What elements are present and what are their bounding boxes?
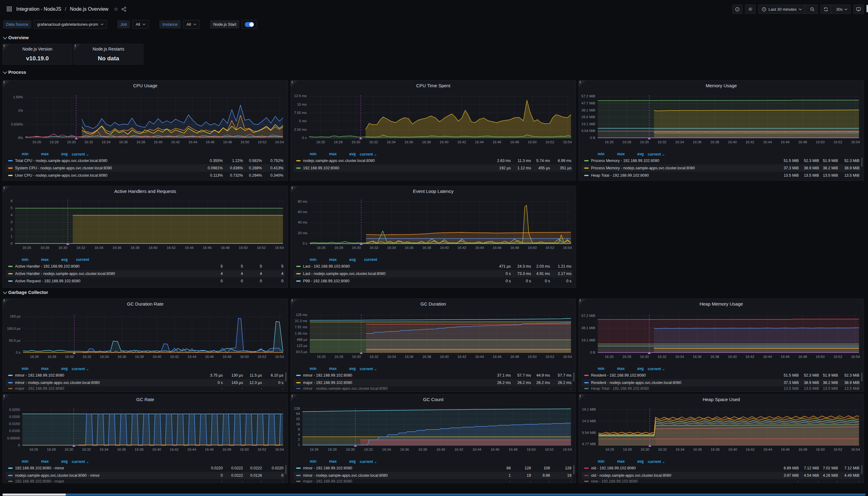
chart-canvas-heapspace[interactable] [598, 408, 859, 446]
panel-title[interactable]: GC Duration Rate [3, 301, 288, 307]
legend-series-label[interactable]: major - 192.168.99.102:8080 [303, 381, 488, 385]
legend-sort-min[interactable]: min [6, 459, 29, 464]
panel-title[interactable]: Heap Memory Usage [579, 301, 864, 307]
legend-series-color-swatch[interactable] [584, 175, 589, 176]
chart-canvas-gcd[interactable] [310, 315, 572, 353]
legend-sort-min[interactable]: min [294, 459, 317, 464]
legend-series-label[interactable]: nodejs.sample-apps.svc.cluster.local:808… [15, 473, 200, 478]
legend-sort-current[interactable]: current ⌄ [356, 367, 377, 371]
legend-sort-min[interactable]: min [6, 258, 29, 262]
panel-title[interactable]: GC Duration [291, 301, 576, 307]
legend-series-label[interactable]: old - 192.168.99.102:8080 [591, 466, 776, 470]
panel-title[interactable]: GC Rate [3, 397, 288, 402]
legend-series-color-swatch[interactable] [584, 160, 589, 161]
legend-series-color-swatch[interactable] [296, 375, 301, 376]
legend-series-color-swatch[interactable] [8, 382, 13, 383]
legend-sort-current[interactable]: current ⌄ [356, 459, 377, 464]
legend-series-label[interactable]: Resident - 192.168.99.102:8080 [591, 373, 776, 377]
panel-title[interactable]: Active Handlers and Requests [3, 189, 288, 194]
legend-series-color-swatch[interactable] [584, 168, 589, 169]
annotation-marker-icon[interactable] [72, 445, 75, 447]
legend-series-label[interactable]: Active Handler - 192.168.99.102:8080 [15, 264, 200, 268]
legend-series-color-swatch[interactable] [8, 475, 13, 476]
legend-series-color-swatch[interactable] [584, 467, 589, 469]
legend-series-label[interactable]: minor - nodejs.sample-apps.svc.cluster.l… [15, 381, 200, 385]
legend-series-color-swatch[interactable] [296, 168, 301, 169]
legend-series-label[interactable]: minor - nodejs.sample-apps.svc.cluster.l… [303, 386, 488, 390]
legend-series-label[interactable]: minor - nodejs.sample-apps.svc.cluster.l… [303, 473, 488, 478]
legend-series-label[interactable]: major - 192.168.99.102:8080 [303, 479, 488, 483]
legend-sort-max[interactable]: max [29, 152, 49, 156]
chart-canvas-cpu_usage[interactable] [26, 95, 284, 138]
legend-sort-current[interactable]: current [68, 258, 89, 262]
chart-canvas-evloop[interactable] [310, 200, 572, 244]
legend-sort-avg[interactable]: avg [337, 459, 356, 464]
legend-series-color-swatch[interactable] [584, 388, 589, 389]
panel-title[interactable]: GC Count [291, 397, 576, 402]
legend-series-label[interactable]: Process Memory - 192.168.99.102:8080 [591, 159, 776, 163]
chart-canvas-mem[interactable] [598, 95, 859, 138]
annotation-marker-icon[interactable] [354, 445, 357, 447]
legend-scrollbar[interactable] [861, 465, 863, 474]
chart-canvas-gcdr[interactable] [23, 315, 284, 353]
legend-sort-current[interactable]: current ⌄ [68, 459, 89, 464]
legend-series-label[interactable]: 192.168.99.102:8080 [303, 166, 488, 170]
legend-series-color-swatch[interactable] [296, 475, 301, 476]
annotation-marker-icon[interactable] [66, 243, 69, 245]
legend-scrollbar[interactable] [285, 465, 287, 474]
chart-canvas-cpu_time[interactable] [309, 95, 572, 138]
chart-canvas-gccount[interactable] [302, 408, 572, 446]
legend-sort-avg[interactable]: avg [49, 367, 68, 371]
legend-scrollbar[interactable] [861, 372, 863, 382]
legend-sort-avg[interactable]: avg [49, 152, 68, 156]
legend-series-label[interactable]: Active Handler - nodejs.sample-apps.svc.… [15, 272, 200, 276]
legend-sort-current[interactable]: current ⌄ [644, 367, 665, 371]
legend-sort-min[interactable]: min [582, 459, 605, 464]
legend-series-color-swatch[interactable] [296, 160, 301, 161]
legend-series-color-swatch[interactable] [8, 175, 13, 176]
annotation-marker-icon[interactable] [73, 352, 76, 354]
legend-series-label[interactable]: Heap Total - 192.168.99.102:8080 [591, 386, 776, 390]
legend-sort-current[interactable]: current ⌄ [68, 152, 89, 156]
legend-series-color-swatch[interactable] [296, 266, 301, 267]
legend-sort-current[interactable]: current [356, 258, 377, 262]
chart-canvas-heapmem[interactable] [598, 315, 859, 353]
legend-sort-avg[interactable]: avg [337, 367, 356, 371]
legend-series-label[interactable]: Last - nodejs.sample-apps.svc.cluster.lo… [303, 272, 488, 276]
legend-scrollbar[interactable] [573, 372, 575, 382]
legend-series-label[interactable]: Last - 192.168.99.102:8080 [303, 264, 488, 268]
panel-title[interactable]: CPU Usage [3, 83, 288, 88]
legend-series-label[interactable]: Active Request - 192.168.99.102:8080 [15, 279, 200, 283]
panel-title[interactable]: Memory Usage [579, 83, 864, 88]
legend-sort-max[interactable]: max [317, 152, 337, 156]
legend-sort-avg[interactable]: avg [625, 459, 644, 464]
panel-title[interactable]: CPU Time Spent [291, 83, 576, 88]
legend-series-label[interactable]: Total CPU - nodejs.sample-apps.svc.clust… [15, 159, 200, 163]
legend-series-color-swatch[interactable] [296, 467, 301, 469]
legend-sort-current[interactable]: current ⌄ [644, 152, 665, 156]
legend-series-color-swatch[interactable] [584, 475, 589, 476]
legend-sort-current[interactable]: current ⌄ [68, 367, 89, 371]
legend-sort-current[interactable]: current ⌄ [644, 459, 665, 464]
legend-sort-avg[interactable]: avg [49, 258, 68, 262]
legend-series-color-swatch[interactable] [8, 280, 13, 282]
legend-series-label[interactable]: 192.168.99.102:8080 - major [15, 479, 200, 483]
legend-sort-avg[interactable]: avg [337, 152, 356, 156]
annotation-marker-icon[interactable] [648, 137, 651, 139]
legend-sort-min[interactable]: min [294, 258, 317, 262]
legend-sort-max[interactable]: max [29, 459, 49, 464]
legend-series-label[interactable]: minor - 192.168.99.102:8080 [303, 466, 488, 470]
panel-title[interactable]: Event Loop Latency [291, 189, 576, 194]
legend-scrollbar[interactable] [573, 465, 575, 474]
legend-sort-max[interactable]: max [605, 152, 625, 156]
legend-series-label[interactable]: old - nodejs.sample-apps.svc.cluster.loc… [591, 473, 776, 478]
legend-sort-max[interactable]: max [605, 367, 625, 371]
legend-sort-max[interactable]: max [317, 459, 337, 464]
legend-sort-min[interactable]: min [6, 367, 29, 371]
legend-series-color-swatch[interactable] [296, 280, 301, 282]
legend-scrollbar[interactable] [285, 372, 287, 382]
legend-series-label[interactable]: new - 192.168.99.102:8080 [591, 479, 776, 483]
legend-sort-min[interactable]: min [582, 367, 605, 371]
legend-sort-max[interactable]: max [317, 258, 337, 262]
legend-series-color-swatch[interactable] [296, 481, 301, 482]
